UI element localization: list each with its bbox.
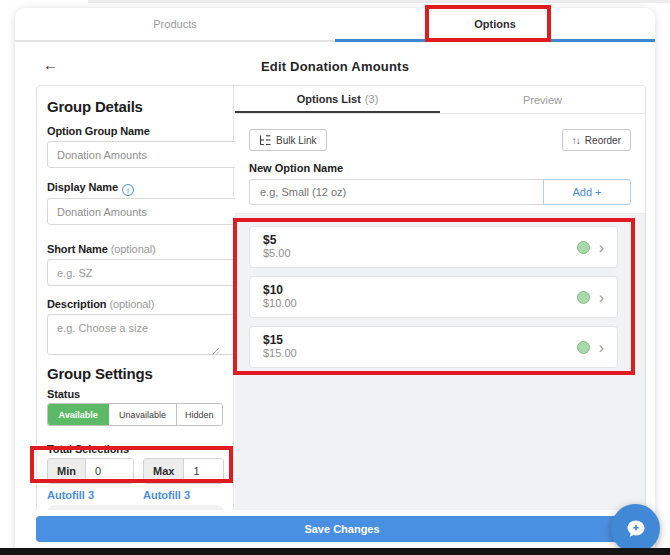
short-name-label: Short Name (optional) (47, 243, 224, 255)
add-option-button[interactable]: Add + (543, 179, 631, 205)
description-textarea[interactable] (47, 314, 243, 355)
status-option-unavailable[interactable]: Unavailable (109, 404, 176, 425)
page-title: Edit Donation Amounts (15, 59, 655, 74)
options-panel-tabbar: Options List (3) Preview (235, 86, 645, 114)
edit-option-group-modal: Products Options ← Edit Donation Amounts… (15, 8, 655, 555)
min-selections-input[interactable] (86, 459, 133, 483)
bottom-black-bar (0, 548, 670, 555)
new-option-row: Add + (249, 179, 631, 205)
option-group-name-label: Option Group Name (47, 125, 224, 137)
option-group-name-input[interactable] (47, 141, 243, 168)
new-option-name-input[interactable] (249, 179, 543, 205)
group-details-column: Group Details Option Group Name Display … (37, 86, 234, 514)
chevron-right-icon[interactable]: › (599, 241, 604, 254)
available-status-dot-icon (577, 291, 590, 304)
option-card-controls: › (577, 291, 604, 304)
options-list-tab-label: Options List (297, 93, 361, 105)
max-selections-input[interactable] (184, 459, 223, 483)
option-price: $15.00 (263, 347, 297, 360)
max-label: Max (144, 459, 184, 483)
description-label: Description (optional) (47, 298, 224, 310)
tab-options[interactable]: Options (335, 8, 655, 42)
option-card-controls: › (577, 341, 604, 354)
status-label: Status (47, 388, 224, 400)
status-segmented-control: Available Unavailable Hidden (47, 403, 223, 426)
option-name: $5 (263, 234, 291, 247)
save-bar: Save Changes (16, 510, 654, 548)
options-list-column: Options List (3) Preview Bulk Link (235, 86, 645, 514)
option-price: $10.00 (263, 297, 297, 310)
display-name-label-text: Display Name (47, 181, 118, 193)
option-card-text: $5 $5.00 (263, 234, 291, 260)
chat-bubble-plus-icon (625, 518, 647, 540)
chat-fab-button[interactable] (611, 504, 660, 553)
group-settings-heading: Group Settings (47, 365, 224, 382)
page-background-strip (88, 0, 670, 3)
bulk-link-label: Bulk Link (276, 135, 317, 146)
options-list: $5 $5.00 › $10 $10.00 › (235, 214, 645, 514)
group-details-heading: Group Details (47, 98, 224, 115)
autofill-max-link[interactable]: Autofill 3 (143, 489, 190, 501)
bulk-link-button[interactable]: Bulk Link (249, 129, 327, 151)
max-selections-group: Max (143, 458, 224, 484)
short-name-optional-note: (optional) (111, 243, 156, 255)
add-option-section: Bulk Link ↑↓ Reorder New Option Name Add… (235, 114, 645, 214)
bulk-link-icon (259, 135, 271, 146)
new-option-name-label: New Option Name (249, 162, 343, 174)
chevron-right-icon[interactable]: › (599, 291, 604, 304)
min-label: Min (48, 459, 86, 483)
main-tabbar: Products Options (15, 8, 655, 42)
autofill-min-link[interactable]: Autofill 3 (47, 489, 94, 501)
status-option-hidden[interactable]: Hidden (177, 404, 222, 425)
option-price: $5.00 (263, 247, 291, 260)
option-card-5[interactable]: $5 $5.00 › (249, 226, 618, 268)
option-card-text: $10 $10.00 (263, 284, 297, 310)
option-name: $15 (263, 334, 297, 347)
tab-options-list[interactable]: Options List (3) (235, 86, 440, 113)
chevron-right-icon[interactable]: › (599, 341, 604, 354)
display-name-label: Display Namei (47, 181, 224, 196)
save-changes-button[interactable]: Save Changes (36, 516, 648, 542)
reorder-button[interactable]: ↑↓ Reorder (562, 129, 631, 151)
display-name-input[interactable] (47, 198, 243, 225)
available-status-dot-icon (577, 341, 590, 354)
main-panel: Group Details Option Group Name Display … (36, 85, 646, 515)
short-name-input[interactable] (47, 259, 243, 286)
reorder-label: Reorder (585, 135, 621, 146)
info-icon[interactable]: i (122, 184, 134, 196)
option-card-text: $15 $15.00 (263, 334, 297, 360)
description-label-text: Description (47, 298, 106, 310)
min-selections-group: Min (47, 458, 134, 484)
option-card-controls: › (577, 241, 604, 254)
option-card-15[interactable]: $15 $15.00 › (249, 326, 618, 368)
tab-products[interactable]: Products (15, 8, 335, 42)
options-count-badge: (3) (365, 93, 378, 105)
description-optional-note: (optional) (109, 298, 154, 310)
tab-preview[interactable]: Preview (440, 86, 645, 113)
option-name: $10 (263, 284, 297, 297)
reorder-arrows-icon: ↑↓ (572, 135, 580, 146)
total-selections-label: Total Selections (47, 443, 224, 455)
short-name-label-text: Short Name (47, 243, 108, 255)
available-status-dot-icon (577, 241, 590, 254)
option-card-10[interactable]: $10 $10.00 › (249, 276, 618, 318)
status-option-available[interactable]: Available (48, 404, 109, 425)
min-max-row: Min Max (47, 458, 224, 484)
